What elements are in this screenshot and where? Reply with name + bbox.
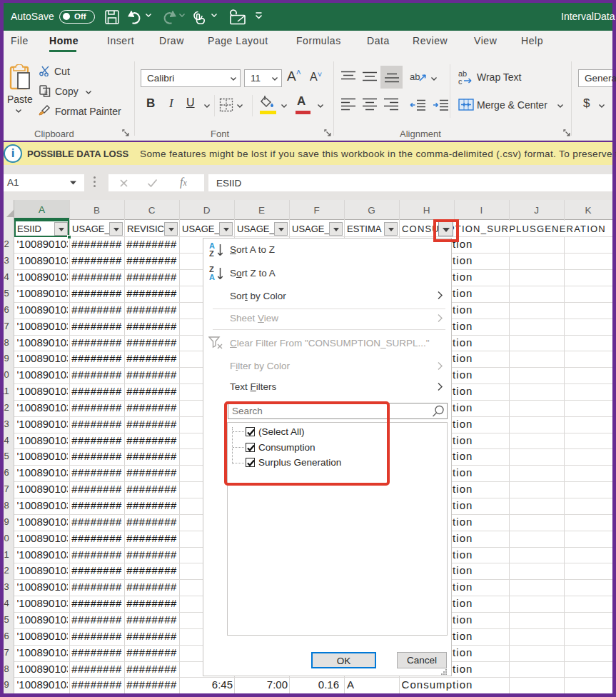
svg-text:Z: Z <box>209 249 214 258</box>
svg-text:c: c <box>458 77 463 86</box>
svg-text:ab: ab <box>410 71 420 82</box>
svg-text:A: A <box>209 273 215 281</box>
